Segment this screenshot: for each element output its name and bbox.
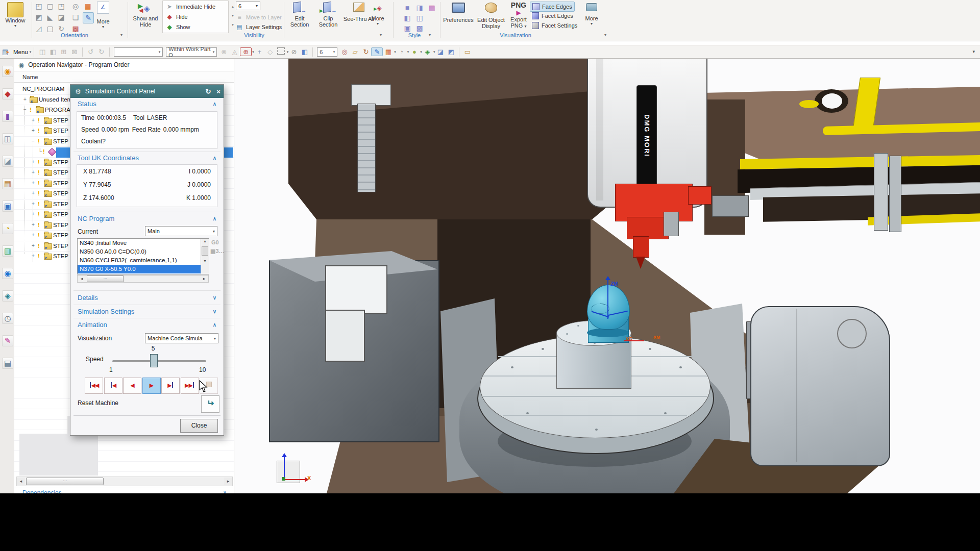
no-selection-filter-icon[interactable]: ⊘ xyxy=(288,48,299,56)
play-button[interactable]: ▶ xyxy=(142,378,161,394)
nc-code-line[interactable]: N360 CYCLE832(_camtolerance,1,1) xyxy=(78,256,208,265)
expander-icon[interactable]: + xyxy=(31,189,36,197)
speed-slider-track[interactable] xyxy=(112,360,206,362)
nc-scroll-right[interactable]: ▸ xyxy=(200,276,208,282)
trimetric-view-icon[interactable]: ◳ xyxy=(56,1,66,11)
reset-dialog-icon[interactable]: ↻ xyxy=(203,88,213,95)
part-navigator-icon[interactable]: ▮ xyxy=(2,111,13,122)
shaded-edit-icon[interactable]: ✎ xyxy=(83,12,94,23)
show-and-hide-button[interactable]: ▶ ◀ ◈ Show and Hide xyxy=(131,1,160,28)
visual-reports-icon[interactable]: ✎ xyxy=(2,335,13,346)
expander-icon[interactable]: − xyxy=(31,137,36,145)
nc-program-section-header[interactable]: NC Program xyxy=(78,215,114,222)
pattern-icon[interactable]: ⊞ xyxy=(58,48,69,56)
nc-horizontal-scrollbar[interactable]: ◂ ⋯ ▸ xyxy=(77,275,209,283)
animation-collapse-icon[interactable]: ∧ xyxy=(213,322,216,328)
expander-icon[interactable]: + xyxy=(31,242,36,250)
selection-scope-combo[interactable]: Within Work Part O▾ xyxy=(166,47,217,57)
hd3d-tools-icon[interactable]: ◉ xyxy=(2,268,13,279)
close-dialog-icon[interactable]: × xyxy=(213,88,224,95)
show-hide-icon[interactable]: ◈ xyxy=(422,48,433,56)
expander-icon[interactable]: + xyxy=(31,158,36,166)
close-button[interactable]: Close xyxy=(180,419,218,433)
copy-display-icon[interactable]: ◫ xyxy=(37,48,47,56)
machining-operation-navigator-icon[interactable]: ◉ xyxy=(2,66,13,77)
step-back-button[interactable]: ◀ xyxy=(104,378,122,394)
rainbow-style-icon[interactable]: ▦ xyxy=(427,3,437,13)
orientation-launcher[interactable]: ▾ xyxy=(120,33,122,37)
expander-icon[interactable]: + xyxy=(22,95,28,104)
g0-toggle[interactable]: G0 xyxy=(211,239,219,245)
simulation-settings-expand-icon[interactable]: ∨ xyxy=(213,309,216,314)
tool-library-icon[interactable]: ◔ xyxy=(2,223,13,234)
dependencies-section-header[interactable]: Dependencies ∨ xyxy=(14,488,234,493)
status-collapse-icon[interactable]: ∧ xyxy=(213,101,216,107)
toolbar-overflow-arrow[interactable]: ▾ xyxy=(972,49,975,54)
window-button[interactable]: Window ▾ xyxy=(1,1,30,28)
dialog-title-bar[interactable]: ⚙ Simulation Control Panel ↻ × xyxy=(70,85,224,98)
highlight-icon[interactable]: ⊗ xyxy=(218,48,229,56)
expander-icon[interactable]: + xyxy=(31,116,36,124)
front-view-icon[interactable]: ▢ xyxy=(45,1,55,11)
shaded-edges-style-icon[interactable]: ◧ xyxy=(402,13,412,23)
orientation-more-button[interactable]: More ▾ xyxy=(94,18,112,29)
menu-button[interactable]: ▤ ➤ Menu ▾ xyxy=(2,48,31,56)
expander-icon[interactable]: + xyxy=(31,200,36,208)
view-manager-icon[interactable]: ▣ xyxy=(2,201,13,212)
visibility-launcher[interactable]: ▾ xyxy=(380,33,382,37)
wireframe-style-icon[interactable]: ◨ xyxy=(414,3,425,13)
constraint-navigator-icon[interactable]: ◪ xyxy=(2,156,13,167)
face-edges-button[interactable]: Face Edges xyxy=(530,2,575,12)
half-section-view-icon[interactable]: ◩ xyxy=(34,12,44,22)
roles-icon[interactable]: ▤ xyxy=(2,358,13,369)
zoom-view-icon[interactable]: ◎ xyxy=(70,1,81,11)
status-section-header[interactable]: Status xyxy=(78,100,96,108)
clip-section-icon[interactable]: ◩ xyxy=(446,48,456,56)
delete-icon[interactable]: ⊠ xyxy=(69,48,80,56)
visualization-launcher[interactable]: ▾ xyxy=(604,33,606,37)
layer-combo[interactable]: 6▾ xyxy=(236,2,260,10)
edit-object-display-button[interactable]: Edit Object Display xyxy=(476,1,506,29)
scroll-left-arrow[interactable]: ◂ xyxy=(17,478,25,485)
fit-window-icon[interactable]: ▦ xyxy=(83,1,93,11)
visibility-more-button[interactable]: ▶◈ More ▾ xyxy=(369,1,387,26)
render-layer-combo[interactable]: 6▾ xyxy=(317,47,337,57)
shaded-mode-icon[interactable]: ✎ xyxy=(371,47,383,56)
snap-point-icon[interactable]: ⊕ xyxy=(240,47,252,56)
snap-angle-icon[interactable]: ◬ xyxy=(229,48,240,56)
zoom-icon[interactable]: ◎ xyxy=(339,48,350,56)
expander-icon[interactable]: + xyxy=(31,252,36,260)
visualization-more-button[interactable]: More ▾ xyxy=(583,1,600,26)
move-to-layer-button[interactable]: ≡ Move to Layer xyxy=(235,12,282,22)
hide-button[interactable]: ◆Hide xyxy=(165,12,188,22)
expander-icon[interactable]: + xyxy=(31,168,36,177)
type-filter-combo[interactable]: ▾ xyxy=(114,47,163,57)
shaded-style-icon[interactable]: ■ xyxy=(402,3,412,13)
nc-code-line[interactable]: N350 G0 A0.0 C=DC(0.0) xyxy=(78,247,208,256)
play-back-button[interactable]: ◀ xyxy=(123,378,141,394)
clip-section-button[interactable]: ▶→ Clip Section xyxy=(314,1,342,28)
nc-code-listbox[interactable]: N340 ;Initial MoveN350 G0 A0.0 C=DC(0.0)… xyxy=(77,238,209,274)
coords-section-header[interactable]: Tool IJK Coordinates xyxy=(78,154,139,162)
details-expand-icon[interactable]: ∨ xyxy=(213,295,216,300)
show-button[interactable]: ◆Show xyxy=(165,22,190,32)
machining-feature-navigator-icon[interactable]: ◆ xyxy=(2,88,13,99)
facet-edges-button[interactable]: Facet Edges xyxy=(530,11,575,20)
expander-icon[interactable]: + xyxy=(31,127,36,135)
nc-collapse-icon[interactable]: ∧ xyxy=(213,216,216,221)
pan-icon[interactable]: ▱ xyxy=(350,48,360,56)
step-fwd-button[interactable]: ▶ xyxy=(161,378,180,394)
g3-toggle[interactable]: ▦3… xyxy=(210,248,225,255)
material-sphere-icon[interactable]: ● xyxy=(409,48,420,56)
visualization-combo[interactable]: Machine Code Simula▾ xyxy=(145,333,218,343)
expander-icon[interactable]: + xyxy=(31,179,36,187)
layer-settings-button[interactable]: ▤ Layer Settings xyxy=(235,22,282,32)
nc-vertical-scrollbar[interactable]: ▴▾ xyxy=(201,239,209,274)
mirror-display-icon[interactable]: ◧ xyxy=(47,48,58,56)
immediate-hide-button[interactable]: ➤Immediate Hide xyxy=(165,2,215,12)
undo-icon[interactable]: ↺ xyxy=(85,48,96,56)
name-column-header[interactable]: Name xyxy=(14,71,234,83)
reset-machine-button[interactable]: ↵ xyxy=(201,395,219,413)
expander-icon[interactable]: − xyxy=(22,106,28,114)
history-icon[interactable]: ◷ xyxy=(2,313,13,324)
